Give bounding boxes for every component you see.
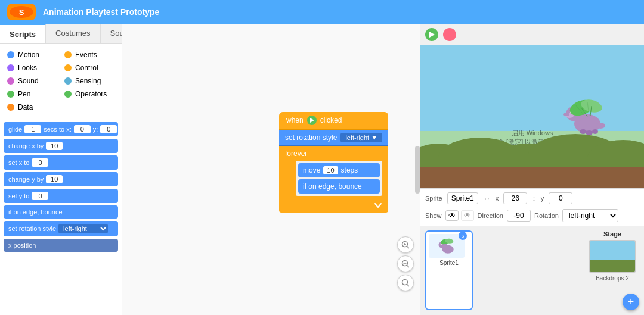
forever-cap (279, 198, 388, 213)
green-flag-button[interactable] (425, 28, 438, 41)
stage-controls (420, 24, 644, 45)
operators-dot (64, 91, 72, 98)
svg-marker-2 (310, 118, 314, 123)
show-eye-open[interactable]: 👁 (445, 210, 459, 221)
data-label: Data (18, 103, 33, 111)
block-glide[interactable]: glide secs to x: y: (4, 122, 118, 136)
sprite-dino (555, 93, 614, 141)
move-steps-value: 10 (323, 166, 338, 174)
looks-dot (7, 64, 14, 71)
rotation-select[interactable]: left-right don't rotate all around (562, 209, 618, 222)
y-label: y (541, 195, 544, 202)
add-buttons: + (623, 294, 639, 310)
zoom-out-button[interactable] (397, 255, 414, 272)
tab-scripts[interactable]: Scripts (0, 24, 46, 43)
rotation-label: Rotation (534, 212, 559, 219)
motion-label: Motion (18, 51, 39, 59)
sprite-thumb-img: s (429, 234, 465, 258)
sprite-info-bar: Sprite Sprite1 ↔ x 26 ↕ y 0 (420, 188, 644, 208)
svg-point-28 (592, 129, 598, 134)
block-categories: Motion Events Looks Control Sound Sensin… (0, 44, 122, 118)
svg-text:S: S (19, 8, 24, 17)
sprite-thumbnail[interactable]: s Sprite1 (425, 230, 473, 310)
sound-dot (7, 77, 14, 85)
svg-point-10 (402, 280, 408, 285)
forever-inner: move 10 steps if on edge, bounce (296, 161, 382, 196)
show-label: Show (425, 212, 442, 219)
stage-canvas: 启用 Windows 移全 [激定] 以激活 Windows (420, 45, 644, 188)
if-on-edge-block[interactable]: if on edge, bounce (298, 179, 380, 194)
glide-x-input[interactable] (74, 125, 91, 133)
x-label: x (496, 195, 499, 202)
block-set-x[interactable]: set x to (4, 155, 118, 170)
block-set-rotation[interactable]: set rotation style left-right don't rota… (4, 221, 118, 236)
rotation-style-dropdown[interactable]: left-right don't rotate all around (58, 224, 108, 233)
block-set-y[interactable]: set y to (4, 189, 118, 203)
event-hat-block[interactable]: when clicked (279, 112, 388, 130)
stage-thumb-label: Stage (603, 230, 621, 238)
pen-label: Pen (18, 90, 30, 98)
script-block-group: when clicked set rotation style left-rig… (279, 112, 388, 213)
category-control[interactable]: Control (62, 62, 117, 74)
svg-marker-12 (429, 32, 435, 38)
stage-thumb-box[interactable] (589, 240, 636, 273)
sprite-y-value[interactable]: 0 (549, 192, 572, 204)
y-axis-icon: ↕ (532, 194, 536, 203)
sprite-badge: s (459, 232, 467, 240)
set-y-input[interactable] (32, 192, 48, 200)
change-x-input[interactable] (46, 142, 63, 150)
sprite-mini-svg (432, 236, 462, 257)
block-change-y[interactable]: change y by (4, 172, 118, 186)
stage-panel: 启用 Windows 移全 [激定] 以激活 Windows Sprite Sp… (420, 24, 644, 315)
block-if-on-edge[interactable]: if on edge, bounce (4, 205, 118, 219)
fit-button[interactable] (397, 275, 414, 291)
forever-label: forever (279, 146, 388, 161)
control-dot (64, 64, 72, 71)
blocks-palette: glide secs to x: y: change x by set x to… (0, 118, 122, 315)
category-events[interactable]: Events (62, 49, 117, 61)
sprite-list: s Sprite1 Stage Backdrops 2 + (420, 226, 644, 315)
sprite-x-value[interactable]: 26 (503, 192, 527, 204)
tab-costumes[interactable]: Costumes (46, 24, 101, 43)
category-sound[interactable]: Sound (5, 75, 60, 87)
category-operators[interactable]: Operators (62, 88, 117, 100)
tabs-bar: Scripts Costumes Sounds (0, 24, 122, 44)
category-sensing[interactable]: Sensing (62, 75, 117, 87)
forever-block[interactable]: forever move 10 steps if on edge, bounce (279, 146, 388, 213)
app-title: Animation Playtest Prototype (43, 7, 159, 17)
category-data[interactable]: Data (5, 101, 60, 113)
svg-line-8 (407, 266, 410, 268)
backdrops-count: Backdrops 2 (596, 275, 629, 282)
sensing-label: Sensing (75, 77, 101, 85)
sprite-name-value[interactable]: Sprite1 (447, 192, 478, 204)
move-block[interactable]: move 10 steps (298, 163, 380, 177)
data-dot (7, 104, 14, 111)
stop-button[interactable] (443, 28, 456, 41)
script-area[interactable]: when clicked set rotation style left-rig… (122, 24, 420, 315)
svg-point-29 (596, 123, 605, 129)
control-label: Control (75, 64, 98, 72)
block-change-x[interactable]: change x by (4, 139, 118, 153)
show-buttons: 👁 👁 (445, 210, 474, 221)
category-motion[interactable]: Motion (5, 49, 60, 61)
zoom-in-button[interactable] (397, 236, 414, 253)
set-x-input[interactable] (32, 158, 48, 167)
block-x-position[interactable]: x position (4, 239, 118, 252)
header: S Animation Playtest Prototype (0, 0, 644, 24)
category-pen[interactable]: Pen (5, 88, 60, 100)
rotation-block-dropdown[interactable]: left-right ▼ (340, 133, 382, 142)
left-panel: Scripts Costumes Sounds Motion Events Lo… (0, 24, 122, 315)
glide-y-input[interactable] (100, 125, 117, 133)
dirt-ground (420, 167, 644, 188)
add-sprite-button[interactable]: + (623, 294, 639, 310)
svg-rect-18 (420, 157, 644, 167)
category-looks[interactable]: Looks (5, 62, 60, 74)
change-y-input[interactable] (46, 175, 63, 183)
direction-value[interactable]: -90 (507, 210, 531, 222)
scroll-indicator[interactable] (415, 146, 420, 194)
show-eye-crossed[interactable]: 👁 (461, 210, 474, 221)
set-rotation-block[interactable]: set rotation style left-right ▼ (279, 130, 388, 146)
operators-label: Operators (75, 90, 107, 98)
main-layout: Scripts Costumes Sounds Motion Events Lo… (0, 24, 644, 315)
glide-secs-input[interactable] (24, 125, 41, 133)
